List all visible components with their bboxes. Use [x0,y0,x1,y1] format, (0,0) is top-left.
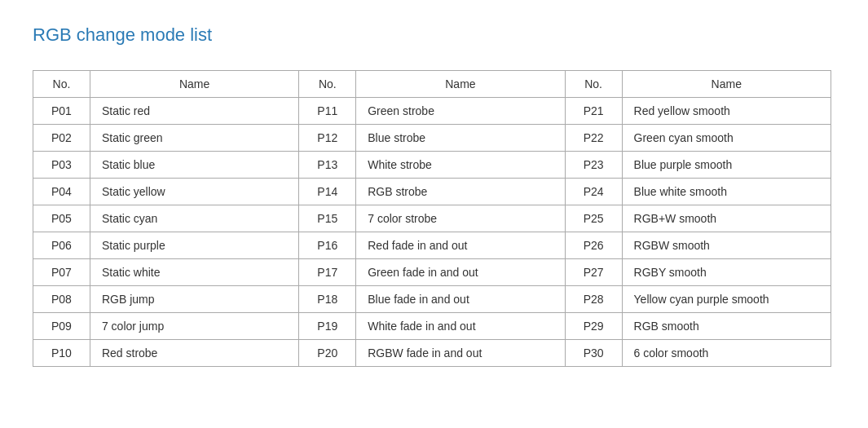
no-cell: P14 [299,179,356,205]
no-cell: P23 [565,152,622,179]
column-header: No. [33,71,90,98]
name-cell: Blue fade in and out [356,286,565,313]
no-cell: P30 [565,340,622,367]
name-cell: Static yellow [90,179,298,205]
no-cell: P01 [33,98,90,125]
no-cell: P02 [33,125,90,152]
table-row: P04Static yellowP14RGB strobeP24Blue whi… [33,179,831,205]
no-cell: P20 [299,340,356,367]
name-cell: Green cyan smooth [622,125,831,152]
table-row: P03Static blueP13White strobeP23Blue pur… [33,152,831,179]
no-cell: P16 [299,232,356,259]
table-row: P10Red strobeP20RGBW fade in and outP306… [33,340,831,367]
table-row: P05Static cyanP157 color strobeP25RGB+W … [33,205,831,232]
column-header: No. [565,71,622,98]
no-cell: P04 [33,179,90,205]
name-cell: Static cyan [90,205,298,232]
no-cell: P10 [33,340,90,367]
no-cell: P15 [299,205,356,232]
column-header: Name [90,71,298,98]
no-cell: P27 [565,259,622,286]
name-cell: RGB smooth [622,313,831,340]
no-cell: P08 [33,286,90,313]
name-cell: 7 color strobe [356,205,565,232]
name-cell: Static green [90,125,298,152]
no-cell: P17 [299,259,356,286]
name-cell: Green strobe [356,98,565,125]
name-cell: Blue strobe [356,125,565,152]
name-cell: RGBW smooth [622,232,831,259]
no-cell: P26 [565,232,622,259]
no-cell: P22 [565,125,622,152]
name-cell: White strobe [356,152,565,179]
no-cell: P24 [565,179,622,205]
name-cell: Red yellow smooth [622,98,831,125]
table-row: P02Static greenP12Blue strobeP22Green cy… [33,125,831,152]
name-cell: Red fade in and out [356,232,565,259]
no-cell: P06 [33,232,90,259]
no-cell: P21 [565,98,622,125]
name-cell: 6 color smooth [622,340,831,367]
name-cell: RGB strobe [356,179,565,205]
name-cell: Static blue [90,152,298,179]
no-cell: P11 [299,98,356,125]
no-cell: P18 [299,286,356,313]
rgb-mode-table: No.NameNo.NameNo.Name P01Static redP11Gr… [33,70,831,367]
name-cell: Red strobe [90,340,298,367]
page-title: RGB change mode list [33,24,835,46]
no-cell: P25 [565,205,622,232]
no-cell: P13 [299,152,356,179]
name-cell: Blue white smooth [622,179,831,205]
name-cell: White fade in and out [356,313,565,340]
column-header: Name [622,71,831,98]
table-row: P08RGB jumpP18Blue fade in and outP28Yel… [33,286,831,313]
name-cell: RGBW fade in and out [356,340,565,367]
no-cell: P12 [299,125,356,152]
name-cell: Yellow cyan purple smooth [622,286,831,313]
no-cell: P19 [299,313,356,340]
table-row: P097 color jumpP19White fade in and outP… [33,313,831,340]
name-cell: Static purple [90,232,298,259]
name-cell: Static white [90,259,298,286]
table-row: P07Static whiteP17Green fade in and outP… [33,259,831,286]
no-cell: P28 [565,286,622,313]
no-cell: P29 [565,313,622,340]
no-cell: P07 [33,259,90,286]
no-cell: P05 [33,205,90,232]
name-cell: RGB+W smooth [622,205,831,232]
name-cell: Blue purple smooth [622,152,831,179]
name-cell: 7 color jump [90,313,298,340]
table-row: P06Static purpleP16Red fade in and outP2… [33,232,831,259]
column-header: Name [356,71,565,98]
name-cell: Green fade in and out [356,259,565,286]
no-cell: P09 [33,313,90,340]
table-row: P01Static redP11Green strobeP21Red yello… [33,98,831,125]
column-header: No. [299,71,356,98]
name-cell: Static red [90,98,298,125]
name-cell: RGB jump [90,286,298,313]
name-cell: RGBY smooth [622,259,831,286]
no-cell: P03 [33,152,90,179]
